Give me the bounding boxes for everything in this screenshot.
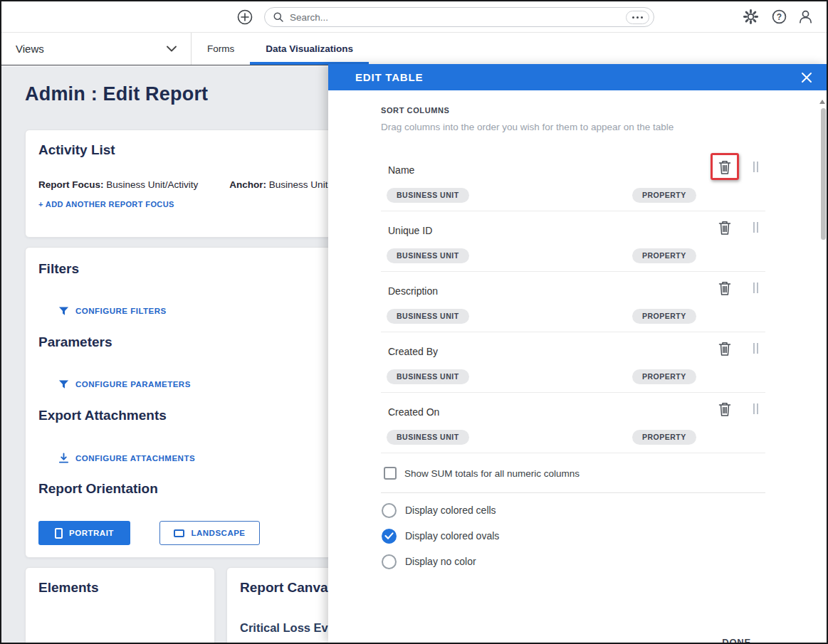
sort-columns-help: Drag columns into the order you wish for… bbox=[381, 122, 765, 132]
edit-table-modal: EDIT TABLE SORT COLUMNS Drag columns int… bbox=[328, 64, 827, 643]
done-button[interactable]: DONE bbox=[722, 637, 751, 643]
search-more-button[interactable] bbox=[626, 11, 649, 24]
trash-icon bbox=[717, 220, 733, 236]
tag-property: PROPERTY bbox=[632, 369, 696, 384]
drag-handle[interactable] bbox=[753, 403, 758, 414]
gear-icon bbox=[743, 9, 759, 25]
elements-title: Elements bbox=[38, 580, 201, 596]
display-colored-ovals-radio[interactable] bbox=[382, 529, 397, 544]
help-button[interactable]: ? bbox=[771, 9, 788, 26]
column-row: Name BUSINESS UNIT PROPERTY bbox=[381, 151, 765, 211]
scrollbar-thumb[interactable] bbox=[821, 108, 826, 240]
drag-handle[interactable] bbox=[753, 343, 758, 354]
trash-icon bbox=[717, 280, 733, 296]
export-attachments-title: Export Attachments bbox=[38, 408, 167, 423]
add-button[interactable] bbox=[236, 9, 253, 26]
configure-filters-link[interactable]: CONFIGURE FILTERS bbox=[58, 306, 167, 316]
check-icon bbox=[384, 532, 394, 539]
column-name: Name bbox=[388, 164, 414, 176]
trash-icon bbox=[717, 159, 733, 175]
filter-icon bbox=[58, 379, 69, 389]
configure-attachments-link[interactable]: CONFIGURE ATTACHMENTS bbox=[58, 453, 195, 463]
color-option-row: Display no color bbox=[382, 549, 765, 574]
drag-handle[interactable] bbox=[753, 283, 758, 293]
sum-totals-row: Show SUM totals for all numeric columns bbox=[384, 464, 765, 482]
nav-bar: Views Forms Data Visualizations bbox=[1, 33, 827, 65]
chevron-down-icon bbox=[167, 46, 177, 52]
svg-text:?: ? bbox=[777, 12, 782, 22]
settings-button[interactable] bbox=[743, 9, 760, 26]
color-option-label: Display colored cells bbox=[405, 505, 496, 516]
tag-property: PROPERTY bbox=[632, 188, 696, 203]
color-option-label: Display no color bbox=[405, 556, 476, 567]
search-input[interactable] bbox=[290, 12, 626, 23]
add-report-focus-link[interactable]: + ADD ANOTHER REPORT FOCUS bbox=[38, 200, 174, 208]
portrait-icon bbox=[55, 528, 63, 539]
column-list: Name BUSINESS UNIT PROPERTY Unique ID bbox=[381, 151, 765, 453]
tab-forms[interactable]: Forms bbox=[192, 33, 250, 65]
modal-body: SORT COLUMNS Drag columns into the order… bbox=[328, 90, 827, 574]
portrait-button[interactable]: PORTRAIT bbox=[38, 521, 130, 545]
filters-title: Filters bbox=[38, 261, 79, 277]
column-name: Created On bbox=[388, 406, 439, 418]
report-orientation-title: Report Orientation bbox=[38, 481, 158, 497]
tag-business-unit: BUSINESS UNIT bbox=[387, 369, 469, 384]
configure-parameters-link[interactable]: CONFIGURE PARAMETERS bbox=[58, 379, 191, 389]
top-bar: ? bbox=[1, 1, 827, 33]
page-title: Admin : Edit Report bbox=[25, 83, 208, 105]
tag-business-unit: BUSINESS UNIT bbox=[387, 309, 469, 324]
close-button[interactable] bbox=[800, 70, 814, 85]
color-option-row: Display colored ovals bbox=[382, 523, 765, 549]
landscape-button[interactable]: LANDSCAPE bbox=[159, 521, 260, 545]
column-row: Created By BUSINESS UNIT PROPERTY bbox=[381, 332, 765, 393]
scrollbar-up-arrow[interactable] bbox=[819, 100, 825, 104]
anchor: Anchor: Business Unit bbox=[229, 179, 327, 190]
tab-bar: Forms Data Visualizations bbox=[192, 33, 369, 65]
sum-totals-label: Show SUM totals for all numeric columns bbox=[404, 468, 580, 479]
tag-property: PROPERTY bbox=[632, 309, 696, 324]
tag-business-unit: BUSINESS UNIT bbox=[387, 248, 469, 263]
drag-handle[interactable] bbox=[753, 222, 758, 233]
modal-title: EDIT TABLE bbox=[355, 71, 800, 83]
sum-totals-checkbox[interactable] bbox=[384, 467, 397, 480]
delete-column-button[interactable] bbox=[717, 220, 733, 236]
column-row: Created On BUSINESS UNIT PROPERTY bbox=[381, 393, 765, 453]
divider bbox=[381, 492, 765, 493]
tag-business-unit: BUSINESS UNIT bbox=[387, 188, 469, 203]
tag-property: PROPERTY bbox=[632, 248, 696, 263]
views-dropdown-label: Views bbox=[16, 43, 44, 55]
color-option-row: Display colored cells bbox=[382, 497, 765, 523]
user-button[interactable] bbox=[797, 9, 814, 26]
delete-column-button[interactable] bbox=[717, 401, 733, 417]
tab-data-visualizations[interactable]: Data Visualizations bbox=[250, 33, 369, 65]
column-row: Description BUSINESS UNIT PROPERTY bbox=[381, 272, 765, 332]
trash-icon bbox=[717, 401, 733, 417]
close-icon bbox=[800, 70, 814, 85]
display-colored-cells-radio[interactable] bbox=[382, 503, 397, 518]
delete-column-button[interactable] bbox=[717, 280, 733, 296]
elements-card: Elements bbox=[25, 567, 215, 644]
views-dropdown[interactable]: Views bbox=[1, 33, 192, 65]
column-name: Created By bbox=[388, 346, 438, 357]
user-icon bbox=[797, 9, 814, 25]
display-no-color-radio[interactable] bbox=[382, 554, 397, 569]
drag-handle[interactable] bbox=[753, 162, 758, 172]
report-focus: Report Focus: Business Unit/Activity bbox=[38, 179, 198, 190]
delete-column-button[interactable] bbox=[717, 341, 733, 357]
filter-icon bbox=[58, 306, 69, 316]
app-window: ? Views Forms Data Visualizations Admin … bbox=[0, 0, 828, 644]
column-row: Unique ID BUSINESS UNIT PROPERTY bbox=[381, 211, 765, 272]
delete-column-button[interactable] bbox=[717, 159, 733, 175]
trash-icon bbox=[717, 341, 733, 357]
download-icon bbox=[58, 453, 69, 463]
color-option-label: Display colored ovals bbox=[405, 530, 499, 542]
help-icon: ? bbox=[771, 9, 787, 25]
column-name: Unique ID bbox=[388, 225, 432, 236]
search-icon bbox=[273, 11, 284, 23]
tag-property: PROPERTY bbox=[632, 430, 696, 445]
modal-header: EDIT TABLE bbox=[328, 64, 827, 90]
parameters-title: Parameters bbox=[38, 334, 112, 350]
plus-circle-icon bbox=[236, 9, 253, 26]
ellipsis-icon bbox=[632, 16, 634, 19]
column-name: Description bbox=[388, 285, 438, 297]
